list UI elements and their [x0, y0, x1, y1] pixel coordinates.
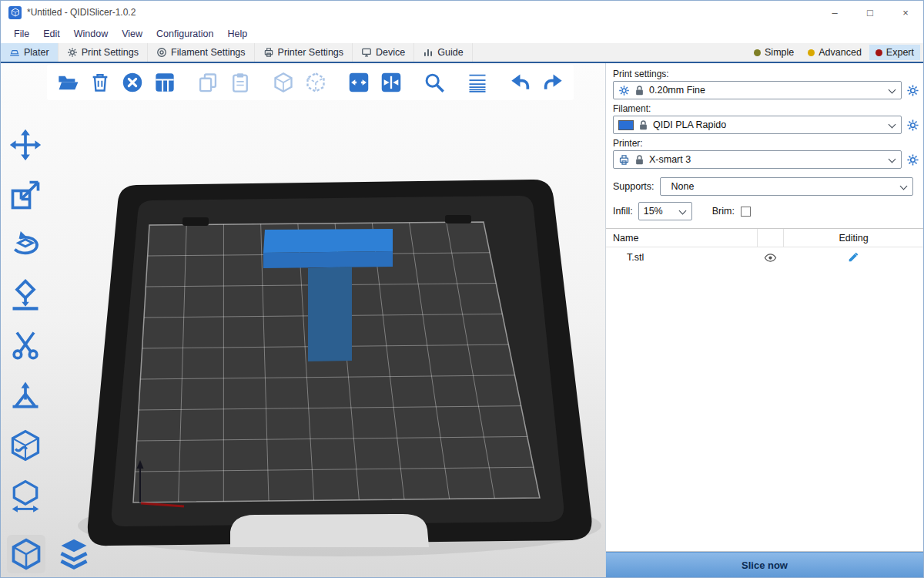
brim-checkbox[interactable] [741, 207, 751, 217]
tab-print-settings[interactable]: Print Settings [59, 43, 148, 62]
paste-button[interactable] [226, 68, 255, 97]
supports-row: Supports: None [613, 177, 916, 196]
split-to-parts-button[interactable] [301, 68, 330, 97]
filament-gear-button[interactable] [904, 116, 921, 133]
tab-guide[interactable]: Guide [414, 43, 472, 62]
measure-button[interactable] [7, 477, 44, 514]
brim-label: Brim: [712, 206, 735, 217]
column-header-editing[interactable]: Editing [783, 229, 923, 247]
eye-icon[interactable] [764, 251, 777, 264]
arrange-button[interactable] [150, 68, 179, 97]
delete-all-button[interactable] [118, 68, 147, 97]
view-switch [7, 535, 93, 573]
filament-select[interactable]: QIDI PLA Rapido [613, 116, 902, 134]
move-button[interactable] [7, 126, 44, 163]
preview-view-button[interactable] [55, 535, 93, 573]
simple-dot-icon [754, 49, 761, 56]
print-settings-gear-button[interactable] [904, 82, 921, 99]
tab-printer-settings[interactable]: Printer Settings [255, 43, 353, 62]
measure-icon [8, 479, 42, 512]
mode-label: Advanced [819, 47, 862, 58]
seam-painting-button[interactable] [7, 427, 44, 464]
scene-canvas[interactable] [1, 63, 605, 577]
cut-button[interactable] [7, 327, 44, 364]
edit-object-icon[interactable] [847, 251, 859, 264]
editor-view-button[interactable] [7, 535, 45, 573]
printer-gear-button[interactable] [904, 151, 921, 168]
maximize-button[interactable]: □ [852, 1, 888, 24]
window-controls: – □ × [817, 1, 923, 24]
model-top-face[interactable] [263, 229, 393, 253]
infill-label: Infill: [613, 206, 633, 217]
sidebar: Print settings: 0.20mm Fine Filament: QI… [605, 63, 923, 577]
guide-bars-icon [423, 47, 434, 58]
redo-icon [542, 72, 564, 93]
title-bar: *Untitled - QIDISlicer-1.0.2 – □ × [1, 1, 923, 24]
menu-edit[interactable]: Edit [36, 29, 67, 39]
plater-icon [9, 47, 20, 58]
remove-instance-button[interactable] [377, 68, 406, 97]
printer-row: X-smart 3 [613, 150, 921, 169]
expert-dot-icon [875, 49, 882, 56]
mode-expert[interactable]: Expert [869, 45, 920, 60]
object-editing-cell [783, 251, 923, 264]
model-bar-front-face[interactable] [263, 251, 393, 268]
arrange-icon [154, 72, 176, 93]
mode-advanced[interactable]: Advanced [802, 45, 868, 60]
printer-select[interactable]: X-smart 3 [613, 150, 902, 169]
mode-selector: Simple Advanced Expert [748, 43, 923, 62]
slice-now-button[interactable]: Slice now [606, 552, 923, 577]
gear-icon [906, 119, 919, 132]
tab-filament-settings[interactable]: Filament Settings [148, 43, 255, 62]
rotate-button[interactable] [7, 227, 44, 264]
mode-simple[interactable]: Simple [748, 45, 800, 60]
copy-button[interactable] [193, 68, 223, 97]
menu-window[interactable]: Window [67, 29, 115, 39]
column-header-name[interactable]: Name [606, 229, 757, 247]
remove-instance-icon [380, 72, 402, 93]
redo-button[interactable] [538, 68, 567, 97]
supports-select[interactable]: None [660, 177, 913, 196]
open-file-button[interactable] [53, 68, 82, 97]
object-name: T.stl [606, 252, 757, 263]
object-row[interactable]: T.stl [606, 247, 923, 267]
variable-layer-height-button[interactable] [463, 68, 492, 97]
object-list: Name Editing T.stl [606, 228, 923, 552]
open-folder-icon [57, 72, 79, 93]
support-painting-button[interactable] [7, 377, 44, 414]
menu-help[interactable]: Help [220, 29, 254, 39]
close-button[interactable]: × [888, 1, 923, 24]
viewport-3d[interactable] [1, 63, 605, 577]
menu-file[interactable]: File [7, 29, 36, 39]
print-settings-label: Print settings: [613, 69, 916, 79]
tab-device[interactable]: Device [353, 43, 414, 62]
menu-configuration[interactable]: Configuration [149, 29, 220, 39]
undo-button[interactable] [506, 68, 535, 97]
tab-label: Guide [437, 47, 463, 58]
place-on-face-button[interactable] [7, 277, 44, 314]
menu-bar: File Edit Window View Configuration Help [1, 24, 923, 43]
gear-icon [618, 85, 630, 96]
seam-painting-icon [8, 428, 42, 462]
column-header-visibility[interactable] [757, 229, 783, 247]
scale-button[interactable] [7, 176, 44, 213]
printer-icon [263, 47, 274, 58]
gear-icon [906, 153, 919, 166]
device-monitor-icon [361, 47, 372, 58]
split-to-objects-button[interactable] [269, 68, 298, 97]
infill-select[interactable]: 15% [638, 202, 692, 220]
menu-view[interactable]: View [115, 29, 149, 39]
tab-plater[interactable]: Plater [1, 43, 59, 62]
lock-icon [634, 154, 645, 166]
minimize-button[interactable]: – [817, 1, 852, 24]
tab-bar: Plater Print Settings Filament Settings … [1, 43, 923, 63]
print-settings-value: 0.20mm Fine [649, 85, 705, 96]
model-stem-face[interactable] [308, 267, 352, 361]
add-instance-button[interactable] [344, 68, 373, 97]
support-painting-icon [8, 378, 42, 412]
3d-editor-cube-icon [9, 537, 43, 571]
print-settings-select[interactable]: 0.20mm Fine [613, 81, 902, 99]
search-button[interactable] [420, 68, 449, 97]
window-title: *Untitled - QIDISlicer-1.0.2 [27, 7, 136, 18]
delete-button[interactable] [85, 68, 115, 97]
